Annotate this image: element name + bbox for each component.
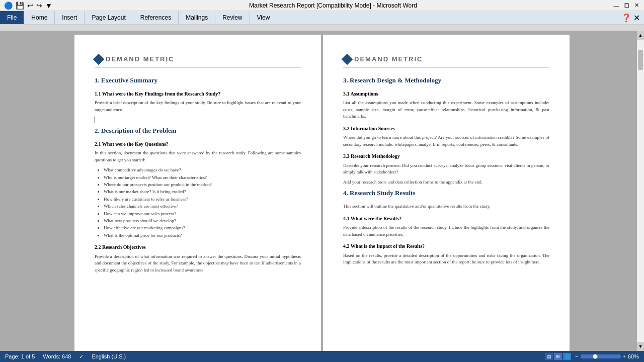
section2-title: 2. Description of the Problem	[95, 126, 301, 136]
section1-title: 1. Executive Summary	[95, 76, 301, 85]
ribbon-tab-bar: File Home Insert Page Layout References …	[0, 11, 644, 24]
page-info: Page: 1 of 5	[5, 353, 35, 359]
section2-h3: 2.1 What were the Key Questions?	[95, 141, 301, 148]
section4a-body: Provide a description of the results of …	[343, 224, 549, 238]
key-questions-list: What competitive advantages do we have? …	[104, 166, 301, 239]
section4-title: 4. Research Study Results	[343, 189, 549, 198]
close-button[interactable]: ✕	[633, 2, 640, 9]
customize-icon[interactable]: ▼	[45, 2, 52, 10]
zoom-out-button[interactable]: −	[575, 353, 578, 359]
text-cursor	[95, 117, 95, 123]
pages-wrapper: DEMAND METRIC 1. Executive Summary 1.1 W…	[73, 35, 571, 347]
list-item: How effective are our marketing campaign…	[104, 224, 301, 231]
page-right: DEMAND METRIC 3. Research Design & Metho…	[323, 35, 570, 351]
tab-insert[interactable]: Insert	[55, 11, 85, 24]
zoom-level: 60%	[628, 353, 639, 359]
help-icon[interactable]: ❓	[621, 13, 631, 23]
maximize-button[interactable]: ⧠	[623, 2, 630, 9]
word-icon: 🔵	[4, 2, 13, 10]
tab-review[interactable]: Review	[215, 11, 250, 24]
vertical-scrollbar[interactable]: ▲ ▼	[637, 31, 644, 351]
save-icon[interactable]: 💾	[16, 2, 24, 10]
section3a-body: List all the assumptions you made when c…	[343, 100, 549, 120]
section1-h3: 1.1 What were the Key Findings from the …	[95, 90, 301, 98]
section3a-h3: 3.1 Assumptions	[343, 90, 549, 98]
zoom-in-button[interactable]: +	[623, 353, 626, 359]
redo-icon[interactable]: ↪	[36, 2, 42, 10]
section1-body: Provide a brief description of the key f…	[95, 100, 301, 113]
section4b-body: Based on the results, provide a detailed…	[343, 252, 549, 266]
logo-right: DEMAND METRIC	[343, 55, 549, 68]
section2b-h3: 2.2 Research Objectives	[95, 244, 301, 251]
undo-icon[interactable]: ↩	[27, 2, 33, 10]
document-area: DEMAND METRIC 1. Executive Summary 1.1 W…	[0, 31, 644, 351]
section3c-body: Describe your research process. Did you …	[343, 162, 549, 176]
zoom-slider[interactable]	[581, 354, 621, 358]
list-item: How likely are customers to refer us bus…	[104, 196, 301, 203]
section3-title: 3. Research Design & Methodology	[343, 76, 549, 85]
title-bar: 🔵 💾 ↩ ↪ ▼ Market Research Report [Compat…	[0, 0, 644, 11]
ribbon: File Home Insert Page Layout References …	[0, 11, 644, 25]
list-item: What is the optimal price for our produc…	[104, 232, 301, 239]
logo-diamond-icon	[93, 54, 105, 65]
logo-text-right: DEMAND METRIC	[354, 55, 423, 64]
list-item: Where do our prospects position our prod…	[104, 181, 301, 188]
minimize-button[interactable]: —	[613, 2, 620, 9]
section4b-h3: 4.2 What is the Impact of the Results?	[343, 243, 549, 250]
logo-diamond-icon-right	[342, 54, 353, 65]
tab-home[interactable]: Home	[24, 11, 55, 24]
scroll-up-button[interactable]: ▲	[637, 31, 644, 40]
word-count: Words: 648	[43, 353, 71, 359]
full-screen-view[interactable]: ⊞	[554, 353, 562, 360]
section4a-h3: 4.1 What were the Results?	[343, 215, 549, 223]
zoom-control[interactable]: − + 60%	[575, 353, 639, 359]
list-item: Which sales channels are most effective?	[104, 203, 301, 210]
status-bar: Page: 1 of 5 Words: 648 ✓ English (U.S.)…	[0, 351, 644, 362]
status-right: ▤ ⊞ 🌐 − + 60%	[545, 353, 639, 360]
list-item: Who is our target market? What are their…	[104, 174, 301, 181]
page-left: DEMAND METRIC 1. Executive Summary 1.1 W…	[74, 35, 321, 351]
section3b-body: Where did you go to learn more about thi…	[343, 134, 549, 148]
track-changes-icon: ✓	[79, 353, 84, 360]
logo-left: DEMAND METRIC	[95, 55, 301, 68]
section3b-h3: 3.2 Information Sources	[343, 125, 549, 133]
section2-body: In this section, document the questions …	[95, 150, 301, 163]
window-title: Market Research Report [Compatibility Mo…	[53, 2, 613, 9]
scroll-down-button[interactable]: ▼	[637, 342, 644, 351]
section2b-body: Provide a description of what informatio…	[95, 253, 301, 274]
web-layout-view[interactable]: 🌐	[563, 353, 571, 360]
tab-view[interactable]: View	[250, 11, 278, 24]
tab-mailings[interactable]: Mailings	[179, 11, 215, 24]
list-item: What new products should we develop?	[104, 217, 301, 224]
section4-body: This section will outline the qualitativ…	[343, 203, 549, 210]
window-controls: — ⧠ ✕	[613, 2, 640, 9]
tab-references[interactable]: References	[133, 11, 179, 24]
view-mode-icons: ▤ ⊞ 🌐	[545, 353, 571, 360]
print-layout-view[interactable]: ▤	[545, 353, 553, 360]
list-item: What competitive advantages do we have?	[104, 166, 301, 173]
language[interactable]: English (U.S.)	[92, 353, 126, 359]
section3c-h3: 3.3 Research Methodology	[343, 153, 549, 160]
section3c-extra: Add your research tools and data collect…	[343, 179, 549, 186]
close-ribbon-icon[interactable]: ✕	[633, 13, 640, 23]
list-item: How can we improve our sales process?	[104, 210, 301, 217]
list-item: What is our market share? Is it being er…	[104, 188, 301, 195]
ruler-area	[0, 25, 644, 31]
zoom-slider-thumb[interactable]	[593, 354, 598, 359]
logo-text-left: DEMAND METRIC	[106, 55, 175, 64]
tab-page-layout[interactable]: Page Layout	[85, 11, 133, 24]
ribbon-right-icons: ❓ ✕	[621, 11, 644, 24]
quick-access-toolbar: 🔵 💾 ↩ ↪ ▼	[4, 2, 53, 10]
scrollbar-thumb[interactable]	[638, 50, 643, 70]
tab-file[interactable]: File	[0, 11, 24, 24]
